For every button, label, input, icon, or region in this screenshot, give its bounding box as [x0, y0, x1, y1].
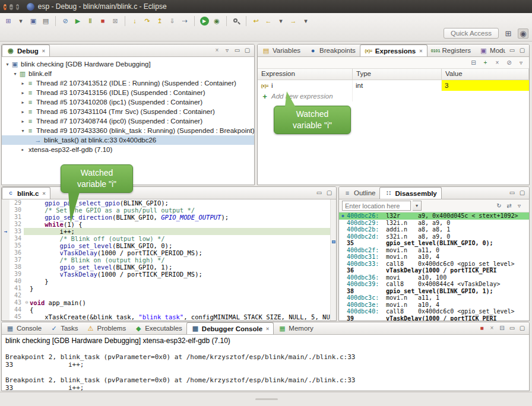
sync-with-active-context-icon[interactable]: ⇄ [505, 203, 513, 209]
disassembly-line[interactable]: 400dbc2b:addi.na8, a8, 1 [339, 226, 529, 233]
tab-problems[interactable]: ⚠Problems [83, 322, 131, 334]
tab-breakpoints[interactable]: ●Breakpoints [305, 45, 360, 56]
minimize-icon[interactable]: ▭ [508, 325, 516, 331]
collapse-icon[interactable]: ▾ [12, 71, 18, 77]
tab-memory[interactable]: ▦Memory [274, 322, 318, 334]
tab-expressions[interactable]: (x)=Expressions× [360, 45, 428, 56]
expand-icon[interactable]: ▸ [20, 90, 26, 96]
debug-tree-item[interactable]: ▸≡Thread #3 1073413156 (IDLE) (Suspended… [2, 88, 254, 97]
disassembly-line[interactable]: 35gpio_set_level(BLINK_GPIO, 0); [339, 240, 529, 247]
expand-icon[interactable]: ▸ [20, 81, 26, 86]
print-button[interactable]: ▤ [40, 15, 52, 27]
code-line[interactable]: 43⊖void app_main() [2, 299, 330, 306]
add-expression-row[interactable]: +Add new expression [258, 91, 529, 102]
debug-perspective-icon[interactable]: ◉ [518, 28, 528, 39]
tab-console[interactable]: ▦Console [2, 322, 46, 334]
maximize-icon[interactable]: ▢ [325, 190, 333, 196]
code-line[interactable]: 38 gpio_set_level(BLINK_GPIO, 1); [2, 264, 330, 271]
search-button[interactable] [230, 15, 242, 27]
skip-all-breakpoints-button[interactable]: ⊘ [59, 15, 71, 27]
tab-tasks[interactable]: ✓Tasks [46, 322, 82, 334]
minimize-icon[interactable]: ▭ [508, 47, 516, 53]
code-line[interactable]: 31 gpio_set_direction(BLINK_GPIO, GPIO_M… [2, 214, 330, 221]
window-maximize-button[interactable]: + [16, 4, 19, 10]
debug-tree-item[interactable]: ▸≡Thread #5 1073410208 (ipc1) (Suspended… [2, 97, 254, 107]
refresh-icon[interactable]: ↻ [495, 203, 503, 209]
instruction-stepping-button[interactable]: ⇢ [179, 15, 191, 27]
resume-button[interactable]: ▶ [72, 15, 84, 27]
tab-debugger-console[interactable]: ▦Debugger Console× [186, 322, 274, 334]
disassembly-line[interactable]: 36vTaskDelay(1000 / portTICK_PERI [339, 267, 529, 274]
maximize-icon[interactable]: ▢ [518, 325, 526, 331]
minimize-icon[interactable]: ▭ [315, 190, 323, 196]
collapse-icon[interactable]: ▾ [4, 62, 11, 67]
tab-modules[interactable]: ▣Modules [475, 45, 505, 56]
tab-close-icon[interactable]: × [419, 48, 422, 54]
open-perspective-icon[interactable]: ⊞ [503, 29, 514, 38]
maximize-icon[interactable]: ▢ [518, 47, 526, 53]
tab-close-icon[interactable]: × [42, 191, 45, 196]
forward-dropdown-button[interactable]: ▾ [300, 15, 312, 27]
quick-access-button[interactable]: Quick Access [444, 28, 499, 39]
disconnect-button[interactable]: ⊠ [109, 15, 121, 27]
disassembly-line[interactable]: 400dbc2f:movi.na11, 0 [339, 247, 529, 254]
debug-tree-item[interactable]: ▸≡Thread #6 1073431104 (Tmr Svc) (Suspen… [2, 107, 254, 116]
expression-row[interactable]: (x)=iint3 [258, 80, 529, 91]
tab-executables[interactable]: ◆Executables [130, 322, 186, 334]
tab-blink-c[interactable]: Cblink.c× [2, 187, 50, 199]
code-line[interactable]: 29 gpio_pad_select_gpio(BLINK_GPIO); [2, 199, 330, 207]
disassembly-line[interactable]: 400dbc36:movia10, 100 [339, 274, 529, 281]
expand-icon[interactable]: ▸ [20, 119, 26, 124]
tab-debug[interactable]: ◉Debug× [2, 45, 50, 56]
overview-ruler[interactable] [330, 199, 336, 321]
add-expression-icon[interactable]: + [482, 60, 489, 66]
column-header-expression[interactable]: Expression [258, 69, 353, 80]
last-edit-location-button[interactable]: ↩ [250, 15, 262, 27]
view-menu-icon[interactable]: ▿ [223, 47, 231, 53]
remove-selected-icon[interactable]: × [493, 60, 501, 66]
debug-tree-item[interactable]: ▾▣blink checking [GDB Hardware Debugging… [2, 59, 254, 69]
tab-disassembly[interactable]: ∷Disassembly [379, 187, 441, 199]
tab-close-icon[interactable]: × [266, 326, 269, 332]
tab-close-icon[interactable]: × [42, 48, 45, 54]
code-line[interactable]: 32 while(1) { [2, 221, 330, 228]
view-menu-icon[interactable]: ▿ [515, 203, 523, 209]
code-line[interactable]: 36 vTaskDelay(1000 / portTICK_PERIOD_MS)… [2, 249, 330, 256]
maximize-icon[interactable]: ▢ [243, 47, 251, 53]
back-button[interactable]: ← [262, 15, 274, 27]
clear-console-icon[interactable]: ⊟ [498, 325, 506, 331]
view-menu-icon[interactable]: ▿ [517, 60, 525, 66]
column-header-value[interactable]: Value [442, 69, 529, 80]
disassembly-line[interactable]: 400dbc39:call80x400844c4 <vTaskDelay> [339, 281, 529, 288]
code-line[interactable]: 40 } [2, 278, 330, 285]
suspend-button[interactable]: ‖ [84, 15, 96, 27]
location-dropdown-icon[interactable]: ▾ [413, 201, 422, 211]
window-close-button[interactable]: × [4, 4, 7, 10]
code-line[interactable]: 34 /* Blink off (output low) */ [2, 235, 330, 242]
remove-all-icon[interactable]: ⊘ [505, 60, 513, 66]
debug-tree-item[interactable]: →blink_task() at blink.c:33 0x400dbc26 [2, 135, 254, 145]
debug-tree-item[interactable]: ▸≡Thread #2 1073413512 (IDLE : Running) … [2, 78, 254, 88]
code-line[interactable]: →33 i++; [2, 228, 330, 235]
tab-outline[interactable]: ≡Outline [339, 187, 379, 199]
location-input[interactable] [342, 201, 411, 211]
new-wizard-button[interactable]: ⊞ [2, 15, 14, 27]
disassembly-line[interactable]: 400dbc40:call80x400dc6c0 <gpio_set_level… [339, 308, 529, 315]
disassembly-line[interactable]: 400dbc33:call80x400dc6c0 <gpio_set_level… [339, 261, 529, 268]
save-button[interactable]: ▣ [27, 15, 39, 27]
forward-button[interactable]: → [287, 15, 299, 27]
step-over-button[interactable]: ↷ [141, 15, 153, 27]
disassembly-line[interactable]: 400dbc29:l32i.na8, a9, 0 [339, 220, 529, 227]
new-wizard-dropdown-button[interactable]: ▾ [15, 15, 27, 27]
back-dropdown-button[interactable]: ▾ [275, 15, 287, 27]
disassembly-line[interactable]: ◆400dbc26:l32ra9, 0x400d045c < stext+109… [339, 212, 529, 220]
code-line[interactable]: 30 /* Set the GPIO as a push/pull output… [2, 207, 330, 214]
collapse-icon[interactable]: ▾ [20, 128, 26, 134]
maximize-icon[interactable]: ▢ [518, 190, 526, 196]
tab-registers[interactable]: 0101Registers [428, 45, 476, 56]
drop-to-frame-button[interactable]: ⇓ [166, 15, 178, 27]
debug-button[interactable]: ◉ [211, 15, 223, 27]
debug-tree-item[interactable]: ▸≡Thread #7 1073408744 (ipc0) (Suspended… [2, 116, 254, 126]
disassembly-line[interactable]: 400dbc31:movi.na10, 4 [339, 253, 529, 261]
code-line[interactable]: 45 xTaskCreate(&blink_task, "blink_task"… [2, 313, 330, 321]
